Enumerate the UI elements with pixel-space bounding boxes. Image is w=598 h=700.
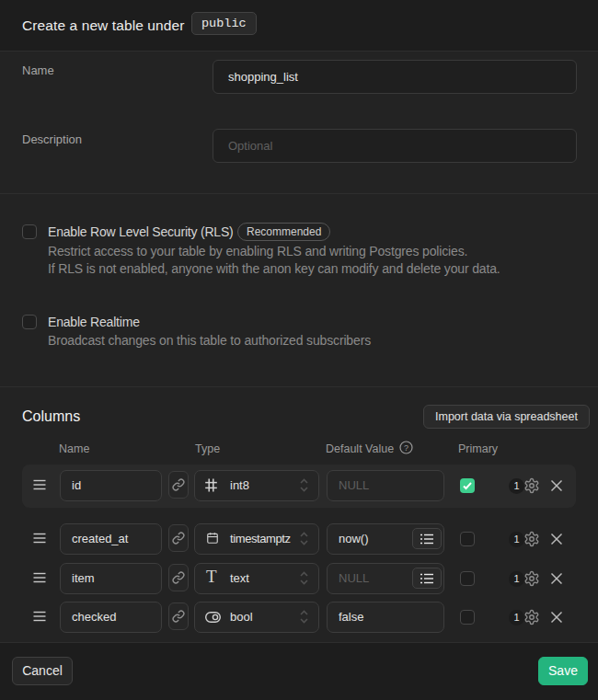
svg-text:?: ? [404, 443, 408, 453]
